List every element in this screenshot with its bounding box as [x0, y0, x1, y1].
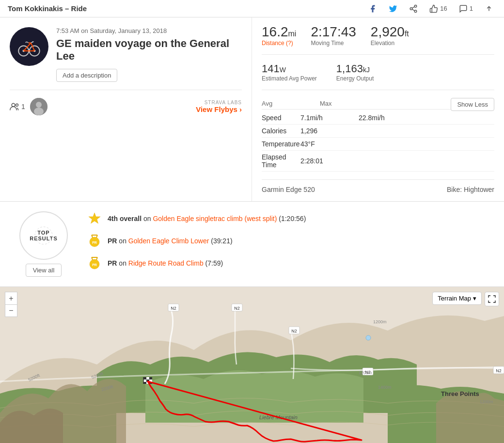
- stats-top: 16.2mi Distance (?) 2:17:43 Moving Time …: [262, 25, 494, 55]
- row-label-elapsed: Elapsed Time: [262, 153, 300, 169]
- zoom-in-button[interactable]: +: [5, 292, 17, 304]
- moving-time-value: 2:17:43: [311, 25, 356, 39]
- row-avg-speed: 7.1mi/h: [300, 114, 359, 122]
- svg-text:N2: N2: [291, 329, 297, 333]
- row-label-temperature: Temperature: [262, 140, 300, 148]
- svg-rect-62: [143, 382, 146, 384]
- row-avg-calories: 1,296: [300, 127, 359, 135]
- energy-value: 1,163kJ: [336, 63, 374, 75]
- comments-count: 1: [470, 5, 473, 12]
- power-value: 141W: [262, 63, 317, 75]
- device-bike-row: Garmin Edge 520 Bike: Hightower: [262, 179, 494, 193]
- svg-point-20: [12, 103, 15, 107]
- upload-icon: [485, 4, 493, 13]
- page-title: Tom Kokkinakis – Ride: [8, 4, 365, 13]
- distance-value: 16.2mi: [262, 25, 296, 39]
- svg-rect-59: [143, 377, 146, 380]
- row-avg-elapsed: 2:28:01: [300, 157, 359, 165]
- people-icon: [10, 103, 19, 111]
- result-text-2: PR on Golden Eagle Climb Lower (39:21): [108, 237, 233, 245]
- trophy-decoration-icon: [34, 226, 53, 245]
- stats-table-header: Avg Max: [262, 98, 451, 110]
- stat-elevation: 2,920ft Elevation: [371, 25, 409, 47]
- terrain-map-label: Terrain Map: [438, 295, 471, 302]
- list-item: PR PR on Ridge Route Road Climb (7:59): [87, 256, 494, 270]
- pr-medal-gold-icon-2: PR: [88, 256, 101, 270]
- avatar-image: [15, 32, 44, 61]
- elevation-value: 2,920ft: [371, 25, 409, 39]
- table-row: Elapsed Time 2:28:01: [262, 151, 494, 172]
- svg-text:PR: PR: [92, 263, 97, 267]
- gold-trophy-icon: [88, 212, 101, 225]
- row-avg-temperature: 43°F: [300, 140, 359, 148]
- row-label-speed: Speed: [262, 114, 300, 122]
- twitter-icon: [389, 4, 397, 13]
- map-section: N2 N2 N2 N2 N2 5200ft 5200ft 2200ft 1200…: [0, 287, 504, 443]
- result-text-1: 4th overall on Golden Eagle singletrac c…: [108, 215, 306, 222]
- dropdown-chevron-icon: ▾: [473, 295, 476, 302]
- zoom-out-button[interactable]: −: [5, 304, 17, 317]
- pr-medal-icon-2: PR: [87, 256, 102, 270]
- svg-point-2: [415, 10, 417, 13]
- bike-label: Bike: Hightower: [447, 186, 494, 193]
- moving-time-label: Moving Time: [311, 40, 356, 47]
- device-label: Garmin Edge 520: [262, 186, 315, 193]
- view-flybys-text: View Flybys: [196, 105, 237, 113]
- svg-text:N2: N2: [496, 368, 502, 373]
- right-panel: 16.2mi Distance (?) 2:17:43 Moving Time …: [252, 17, 504, 201]
- upload-button[interactable]: [482, 2, 496, 15]
- terrain-map-button[interactable]: Terrain Map ▾: [432, 292, 482, 305]
- top-results-left: TOP RESULTS View all: [10, 211, 78, 277]
- trophy-circle: TOP RESULTS: [19, 211, 68, 260]
- stats-mid: 141W Estimated Avg Power 1,163kJ Energy …: [262, 63, 494, 90]
- svg-text:N2: N2: [234, 306, 240, 311]
- svg-line-4: [412, 6, 415, 8]
- svg-point-25: [35, 227, 52, 244]
- svg-point-24: [34, 108, 44, 115]
- map-background: N2 N2 N2 N2 N2 5200ft 5200ft 2200ft 1200…: [0, 287, 504, 443]
- kudos-count: 16: [440, 5, 447, 12]
- trophy-medal-icon: [87, 211, 102, 226]
- comments-button[interactable]: 1: [456, 2, 476, 15]
- avatar: [10, 27, 48, 66]
- list-item: PR PR on Golden Eagle Climb Lower (39:21…: [87, 234, 494, 248]
- svg-text:PR: PR: [92, 241, 97, 244]
- fullscreen-icon: [488, 295, 496, 303]
- thumbsup-icon: [429, 4, 438, 13]
- result-link-3[interactable]: Ridge Route Road Climb: [128, 259, 204, 267]
- result-link-2[interactable]: Golden Eagle Climb Lower: [128, 237, 209, 245]
- activity-title: GE maiden voyage on the General Lee: [56, 37, 242, 63]
- result-link-1[interactable]: Golden Eagle singletrac climb (west spli…: [153, 215, 277, 222]
- col-max-header: Max: [320, 100, 378, 107]
- twitter-button[interactable]: [386, 2, 400, 15]
- svg-point-6: [15, 32, 44, 61]
- athlete-count: 1: [10, 103, 25, 111]
- show-less-button[interactable]: Show Less: [451, 98, 494, 111]
- chevron-right-icon: ›: [239, 105, 242, 113]
- activity-datetime: 7:53 AM on Saturday, January 13, 2018: [56, 27, 242, 34]
- kudos-button[interactable]: 16: [426, 2, 450, 15]
- view-flybys-link[interactable]: View Flybys ›: [196, 105, 242, 113]
- svg-rect-60: [149, 377, 152, 380]
- svg-point-23: [36, 102, 42, 108]
- facebook-button[interactable]: [365, 2, 380, 15]
- table-row: Calories 1,296: [262, 125, 494, 138]
- svg-text:1400m: 1400m: [378, 385, 392, 390]
- elevation-label: Elevation: [371, 40, 409, 47]
- athlete-avatar: [30, 98, 47, 115]
- stats-table-container: Show Less Avg Max Speed 7.1mi/h 22.8mi/h: [262, 98, 494, 172]
- add-description-button[interactable]: Add a description: [56, 69, 117, 82]
- share-button[interactable]: [406, 2, 421, 15]
- svg-point-0: [415, 5, 417, 7]
- table-row: Speed 7.1mi/h 22.8mi/h: [262, 111, 494, 125]
- svg-text:1200m: 1200m: [359, 370, 372, 375]
- left-panel: 7:53 AM on Saturday, January 13, 2018 GE…: [0, 17, 252, 201]
- list-item: 4th overall on Golden Eagle singletrac c…: [87, 211, 494, 226]
- svg-line-3: [412, 9, 415, 11]
- flybys-right: STRAVA LABS View Flybys ›: [196, 100, 242, 113]
- fullscreen-button[interactable]: [485, 292, 499, 306]
- svg-text:1200m: 1200m: [480, 399, 493, 404]
- view-all-button[interactable]: View all: [26, 264, 62, 277]
- athlete-count-number: 1: [21, 103, 25, 111]
- svg-text:1200m: 1200m: [373, 319, 387, 324]
